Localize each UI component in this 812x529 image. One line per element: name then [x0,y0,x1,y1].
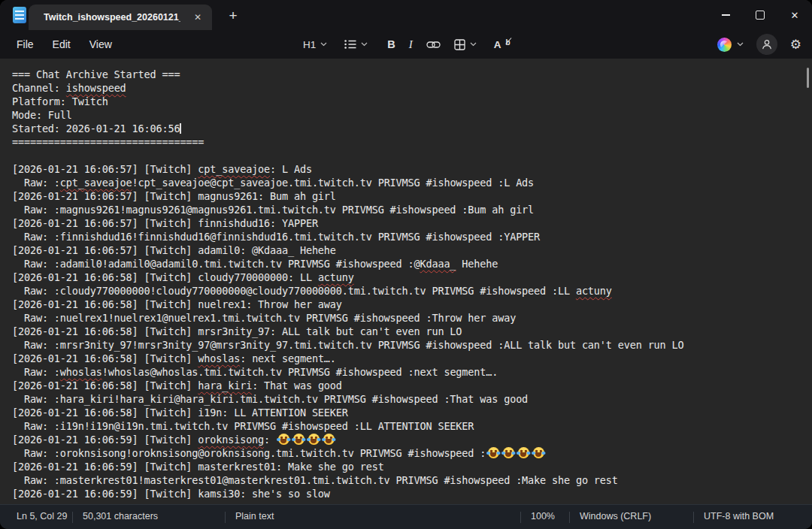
editor-line: [2026-01-21 16:06:57] [Twitch] finnishdu… [12,216,812,230]
joy-emoji-icon [308,434,320,445]
misspelled-word: whoslas [198,352,240,364]
editor-line: [2026-01-21 16:06:58] [Twitch] whoslas: … [12,352,812,365]
joy-emoji-icon [278,434,289,445]
heading-label: H1 [303,39,316,50]
bold-button[interactable]: B [380,35,401,54]
editor-line [12,149,812,162]
clear-formatting-label: A [494,39,501,50]
editor-line: Raw: :magnus9261!magnus9261@magnus9261.t… [12,203,812,216]
account-button[interactable] [756,34,777,55]
minimize-icon [722,14,730,15]
misspelled-word: ishowspeed [66,82,126,94]
tab-active[interactable]: Twitch_ishowspeed_20260121_1606 ✕ [29,5,212,30]
list-dropdown[interactable] [339,35,373,53]
maximize-button[interactable] [743,0,777,30]
formatting-toolbar: H1 B I Ab [298,30,516,59]
menu-file[interactable]: File [8,35,42,54]
status-line-ending: Windows (CRLF) [580,511,651,521]
editor-line: Channel: ishowspeed [12,81,812,95]
link-icon [426,40,441,50]
text-cursor [180,123,180,134]
new-tab-button[interactable]: + [223,6,243,26]
table-dropdown[interactable] [449,35,482,54]
editor-line: [2026-01-21 16:06:58] [Twitch] mrsr3nity… [12,325,812,338]
editor-line: [2026-01-21 16:06:59] [Twitch] masterkre… [12,460,812,473]
copilot-icon [717,38,732,52]
status-divider [520,512,521,523]
status-characters: 50,301 characters [83,511,158,521]
editor-line: [2026-01-21 16:06:57] [Twitch] adamil0: … [12,243,812,257]
tab-close-icon[interactable]: ✕ [191,11,205,24]
status-divider [225,512,226,523]
misspelled-word: actuny [318,271,354,283]
editor-line: [2026-01-21 16:06:57] [Twitch] magnus926… [12,189,812,203]
close-button[interactable]: ✕ [777,0,812,30]
chevron-down-icon [320,42,327,47]
editor-line: [2026-01-21 16:06:57] [Twitch] cpt_savea… [12,162,812,176]
status-zoom[interactable]: 100% [531,511,555,521]
menu-view[interactable]: View [81,35,120,54]
editor-line: Raw: :oroknsisong!oroknsisong@oroknsison… [12,446,812,460]
editor-line: Raw: :adamil0!adamil0@adamil0.tmi.twitch… [12,257,812,271]
editor-line: Raw: :nuelrex1!nuelrex1@nuelrex1.tmi.twi… [12,311,812,325]
italic-button[interactable]: I [402,35,420,55]
clear-formatting-button[interactable]: Ab [488,35,516,54]
editor-line: Raw: :i19n!i19n@i19n.tmi.twitch.tv PRIVM… [12,419,812,433]
misspelled-word: cpt_saveajoe [198,163,270,175]
misspelled-word: hara_kiri [198,379,252,391]
menu-edit[interactable]: Edit [44,35,79,54]
status-divider [569,512,570,523]
joy-emoji-icon [518,447,529,458]
editor-line: [2026-01-21 16:06:58] [Twitch] i19n: LL … [12,406,812,419]
editor-line: === Chat Archive Started === [12,68,812,81]
minimize-button[interactable] [708,0,743,30]
table-icon [454,39,465,50]
editor-line: [2026-01-21 16:06:59] [Twitch] kamsi30: … [12,487,812,500]
editor-line: Raw: :masterkrest01!masterkrest01@master… [12,473,812,487]
editor-line: Raw: :whoslas!whoslas@whoslas.tmi.twitch… [12,365,812,379]
joy-emoji-icon [503,447,514,458]
joy-emoji-icon [488,447,499,458]
notepad-window: Twitch_ishowspeed_20260121_1606 ✕ + ✕ Fi… [0,0,812,529]
joy-emoji-icon [323,434,335,445]
status-divider [693,512,694,523]
vertical-scrollbar-thumb[interactable] [807,68,809,88]
maximize-icon [756,11,765,20]
misspelled-word: oroknsisong [198,434,264,446]
editor-line: Raw: :mrsr3nity_97!mrsr3nity_97@mrsr3nit… [12,338,812,352]
editor-line: [2026-01-21 16:06:58] [Twitch] hara_kiri… [12,379,812,392]
editor-line: [2026-01-21 16:06:58] [Twitch] cloudy770… [12,271,812,284]
editor-line: ================================ [12,135,812,149]
status-divider [72,512,73,523]
titlebar: Twitch_ishowspeed_20260121_1606 ✕ + ✕ [0,0,812,30]
chevron-down-icon [737,42,744,47]
text-editor[interactable]: === Chat Archive Started ===Channel: ish… [0,59,812,505]
window-controls: ✕ [708,0,812,30]
joy-emoji-icon [533,447,544,458]
chevron-down-icon [470,42,477,47]
status-line-col: Ln 5, Col 29 [17,511,67,521]
editor-line: Raw: :cloudy770000000!cloudy770000000@cl… [12,284,812,298]
tab-title: Twitch_ishowspeed_20260121_1606 [44,12,180,23]
misspelled-word: cpt_saveajoe [60,177,132,189]
copilot-dropdown[interactable] [717,38,744,52]
statusbar: Ln 5, Col 29 50,301 characters Plain tex… [0,504,812,529]
editor-line: Mode: Full [12,108,812,122]
editor-line: Platform: Twitch [12,95,812,108]
settings-gear-icon[interactable]: ⚙ [790,38,801,51]
status-encoding: UTF-8 with BOM [704,511,774,521]
heading-dropdown[interactable]: H1 [298,35,332,54]
person-icon [761,38,773,50]
misspelled-word: Kdaaa_ [420,258,456,270]
bulleted-list-icon [344,39,356,50]
editor-line: Raw: :cpt_saveajoe!cpt_saveajoe@cpt_save… [12,176,812,189]
link-button[interactable] [421,36,446,53]
editor-line: Raw: :finnishdud16!finnishdud16@finnishd… [12,230,812,243]
editor-line: Started: 2026-01-21 16:06:56 [12,122,812,135]
notepad-app-icon [13,7,26,23]
status-doc-type: Plain text [235,511,274,521]
editor-line: [2026-01-21 16:06:58] [Twitch] nuelrex1:… [12,298,812,311]
misspelled-word: actuny [576,285,612,297]
misspelled-word: whoslas [60,366,102,378]
editor-line: Raw: :hara_kiri!hara_kiri@hara_kiri.tmi.… [12,392,812,406]
